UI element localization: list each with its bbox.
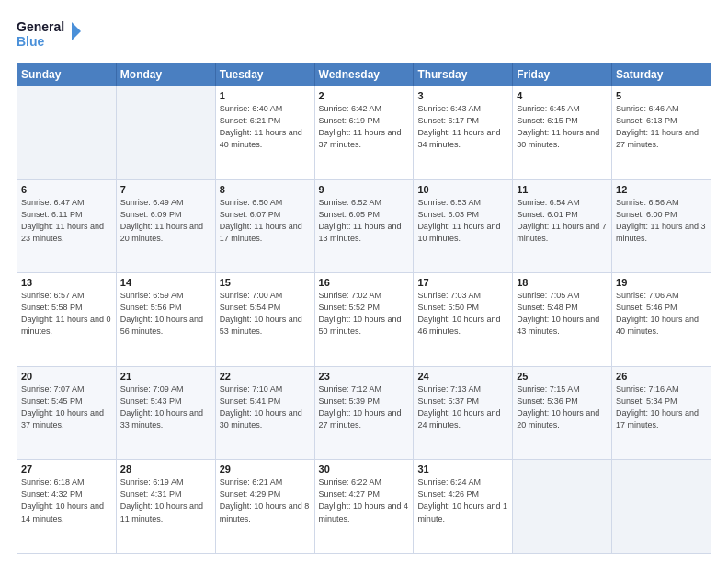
- day-info: Sunrise: 7:16 AMSunset: 5:34 PMDaylight:…: [616, 384, 707, 431]
- svg-text:General: General: [17, 19, 64, 34]
- calendar-cell: 21Sunrise: 7:09 AMSunset: 5:43 PMDayligh…: [116, 366, 215, 460]
- calendar-cell: 23Sunrise: 7:12 AMSunset: 5:39 PMDayligh…: [314, 366, 414, 460]
- weekday-header-tuesday: Tuesday: [215, 63, 314, 86]
- calendar-cell: 24Sunrise: 7:13 AMSunset: 5:37 PMDayligh…: [414, 366, 513, 460]
- day-number: 26: [616, 371, 707, 382]
- day-info: Sunrise: 7:15 AMSunset: 5:36 PMDaylight:…: [517, 384, 608, 431]
- day-info: Sunrise: 6:50 AMSunset: 6:07 PMDaylight:…: [220, 197, 311, 245]
- day-info: Sunrise: 7:03 AMSunset: 5:50 PMDaylight:…: [417, 290, 508, 338]
- calendar-cell: 19Sunrise: 7:06 AMSunset: 5:46 PMDayligh…: [612, 273, 711, 367]
- calendar-cell: 14Sunrise: 6:59 AMSunset: 5:56 PMDayligh…: [116, 273, 215, 367]
- day-number: 5: [616, 90, 707, 101]
- logo: GeneralBlue: [17, 17, 90, 53]
- day-number: 7: [120, 184, 211, 195]
- day-number: 29: [220, 464, 311, 475]
- calendar-cell: 13Sunrise: 6:57 AMSunset: 5:58 PMDayligh…: [17, 273, 117, 367]
- day-number: 31: [417, 464, 508, 475]
- calendar-week-5: 27Sunrise: 6:18 AMSunset: 4:32 PMDayligh…: [17, 460, 711, 554]
- day-number: 30: [319, 464, 410, 475]
- day-info: Sunrise: 6:21 AMSunset: 4:29 PMDaylight:…: [220, 477, 311, 524]
- calendar-cell: 12Sunrise: 6:56 AMSunset: 6:00 PMDayligh…: [612, 179, 711, 273]
- day-number: 21: [120, 371, 211, 382]
- day-info: Sunrise: 6:24 AMSunset: 4:26 PMDaylight:…: [417, 477, 508, 524]
- weekday-header-sunday: Sunday: [17, 63, 117, 86]
- day-info: Sunrise: 6:43 AMSunset: 6:17 PMDaylight:…: [417, 103, 508, 151]
- day-number: 13: [21, 277, 112, 288]
- calendar-cell: 6Sunrise: 6:47 AMSunset: 6:11 PMDaylight…: [17, 179, 117, 273]
- calendar-cell: 4Sunrise: 6:45 AMSunset: 6:15 PMDaylight…: [513, 86, 612, 180]
- day-info: Sunrise: 7:13 AMSunset: 5:37 PMDaylight:…: [417, 384, 508, 431]
- day-number: 8: [220, 184, 311, 195]
- calendar-week-4: 20Sunrise: 7:07 AMSunset: 5:45 PMDayligh…: [17, 366, 711, 460]
- calendar-cell: 26Sunrise: 7:16 AMSunset: 5:34 PMDayligh…: [612, 366, 711, 460]
- day-number: 28: [120, 464, 211, 475]
- svg-marker-2: [72, 22, 81, 40]
- day-info: Sunrise: 6:56 AMSunset: 6:00 PMDaylight:…: [616, 197, 707, 245]
- day-info: Sunrise: 7:06 AMSunset: 5:46 PMDaylight:…: [616, 290, 707, 338]
- svg-text:Blue: Blue: [17, 34, 45, 49]
- calendar-cell: 15Sunrise: 7:00 AMSunset: 5:54 PMDayligh…: [215, 273, 314, 367]
- calendar-cell: 27Sunrise: 6:18 AMSunset: 4:32 PMDayligh…: [17, 460, 117, 554]
- calendar-cell: 20Sunrise: 7:07 AMSunset: 5:45 PMDayligh…: [17, 366, 117, 460]
- day-info: Sunrise: 6:52 AMSunset: 6:05 PMDaylight:…: [319, 197, 410, 245]
- calendar-cell: [116, 86, 215, 180]
- calendar-week-3: 13Sunrise: 6:57 AMSunset: 5:58 PMDayligh…: [17, 273, 711, 367]
- day-info: Sunrise: 6:47 AMSunset: 6:11 PMDaylight:…: [21, 197, 112, 245]
- day-info: Sunrise: 6:42 AMSunset: 6:19 PMDaylight:…: [319, 103, 410, 151]
- day-number: 4: [517, 90, 608, 101]
- calendar-header: SundayMondayTuesdayWednesdayThursdayFrid…: [17, 63, 711, 86]
- calendar-body: 1Sunrise: 6:40 AMSunset: 6:21 PMDaylight…: [17, 86, 711, 554]
- day-number: 14: [120, 277, 211, 288]
- day-info: Sunrise: 7:00 AMSunset: 5:54 PMDaylight:…: [220, 290, 311, 338]
- day-info: Sunrise: 6:45 AMSunset: 6:15 PMDaylight:…: [517, 103, 608, 151]
- day-info: Sunrise: 6:18 AMSunset: 4:32 PMDaylight:…: [21, 477, 112, 524]
- calendar-cell: 10Sunrise: 6:53 AMSunset: 6:03 PMDayligh…: [414, 179, 513, 273]
- calendar-cell: 29Sunrise: 6:21 AMSunset: 4:29 PMDayligh…: [215, 460, 314, 554]
- calendar-week-1: 1Sunrise: 6:40 AMSunset: 6:21 PMDaylight…: [17, 86, 711, 180]
- calendar-cell: 2Sunrise: 6:42 AMSunset: 6:19 PMDaylight…: [314, 86, 414, 180]
- calendar-cell: [17, 86, 117, 180]
- day-number: 15: [220, 277, 311, 288]
- day-info: Sunrise: 7:07 AMSunset: 5:45 PMDaylight:…: [21, 384, 112, 431]
- day-info: Sunrise: 6:57 AMSunset: 5:58 PMDaylight:…: [21, 290, 112, 338]
- day-number: 25: [517, 371, 608, 382]
- calendar-cell: [612, 460, 711, 554]
- calendar-cell: 31Sunrise: 6:24 AMSunset: 4:26 PMDayligh…: [414, 460, 513, 554]
- day-number: 19: [616, 277, 707, 288]
- weekday-header-monday: Monday: [116, 63, 215, 86]
- day-info: Sunrise: 6:49 AMSunset: 6:09 PMDaylight:…: [120, 197, 211, 245]
- day-number: 10: [417, 184, 508, 195]
- weekday-header-friday: Friday: [513, 63, 612, 86]
- day-number: 22: [220, 371, 311, 382]
- calendar-table: SundayMondayTuesdayWednesdayThursdayFrid…: [17, 63, 711, 554]
- calendar-cell: 28Sunrise: 6:19 AMSunset: 4:31 PMDayligh…: [116, 460, 215, 554]
- calendar-cell: 30Sunrise: 6:22 AMSunset: 4:27 PMDayligh…: [314, 460, 414, 554]
- day-info: Sunrise: 7:02 AMSunset: 5:52 PMDaylight:…: [319, 290, 410, 338]
- day-number: 6: [21, 184, 112, 195]
- calendar-cell: 5Sunrise: 6:46 AMSunset: 6:13 PMDaylight…: [612, 86, 711, 180]
- calendar-cell: 7Sunrise: 6:49 AMSunset: 6:09 PMDaylight…: [116, 179, 215, 273]
- day-info: Sunrise: 6:53 AMSunset: 6:03 PMDaylight:…: [417, 197, 508, 245]
- day-info: Sunrise: 6:40 AMSunset: 6:21 PMDaylight:…: [220, 103, 311, 151]
- day-number: 3: [417, 90, 508, 101]
- calendar-cell: 11Sunrise: 6:54 AMSunset: 6:01 PMDayligh…: [513, 179, 612, 273]
- calendar-cell: 9Sunrise: 6:52 AMSunset: 6:05 PMDaylight…: [314, 179, 414, 273]
- day-info: Sunrise: 6:22 AMSunset: 4:27 PMDaylight:…: [319, 477, 410, 524]
- day-number: 16: [319, 277, 410, 288]
- day-number: 24: [417, 371, 508, 382]
- calendar-cell: 1Sunrise: 6:40 AMSunset: 6:21 PMDaylight…: [215, 86, 314, 180]
- day-number: 12: [616, 184, 707, 195]
- day-info: Sunrise: 7:12 AMSunset: 5:39 PMDaylight:…: [319, 384, 410, 431]
- logo-svg: GeneralBlue: [17, 17, 90, 53]
- weekday-header-wednesday: Wednesday: [314, 63, 414, 86]
- calendar-cell: 16Sunrise: 7:02 AMSunset: 5:52 PMDayligh…: [314, 273, 414, 367]
- weekday-header-row: SundayMondayTuesdayWednesdayThursdayFrid…: [17, 63, 711, 86]
- calendar-cell: 22Sunrise: 7:10 AMSunset: 5:41 PMDayligh…: [215, 366, 314, 460]
- day-number: 1: [220, 90, 311, 101]
- day-info: Sunrise: 7:05 AMSunset: 5:48 PMDaylight:…: [517, 290, 608, 338]
- day-number: 23: [319, 371, 410, 382]
- day-number: 9: [319, 184, 410, 195]
- calendar-cell: 17Sunrise: 7:03 AMSunset: 5:50 PMDayligh…: [414, 273, 513, 367]
- day-info: Sunrise: 6:46 AMSunset: 6:13 PMDaylight:…: [616, 103, 707, 151]
- calendar-cell: 8Sunrise: 6:50 AMSunset: 6:07 PMDaylight…: [215, 179, 314, 273]
